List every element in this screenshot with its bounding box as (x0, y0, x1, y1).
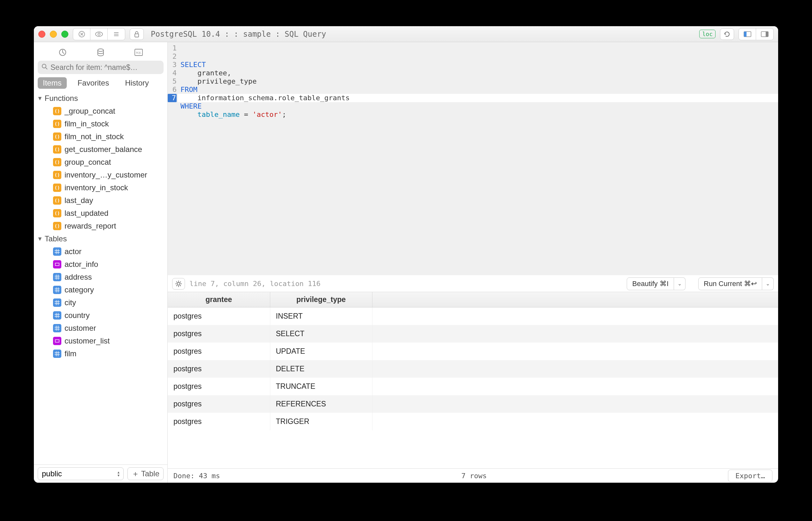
window-title: PostgreSQL 10.4 : : sample : SQL Query (148, 30, 695, 39)
chevron-down-icon: ⌄ (766, 280, 770, 287)
item-label: film_not_in_stock (65, 132, 124, 141)
line-number: 3 (168, 61, 177, 69)
cell-privilege-type: TRIGGER (270, 413, 372, 430)
sql-editor[interactable]: 1234567 SELECT grantee, privilege_type F… (168, 42, 778, 275)
sidebar-item-function[interactable]: ()group_concat (34, 156, 168, 168)
status-rows: 7 rows (220, 472, 728, 480)
function-icon: () (53, 133, 61, 141)
item-label: customer_list (65, 337, 110, 345)
sidebar-item-view[interactable]: customer_list (34, 335, 168, 347)
run-button[interactable]: Run Current ⌘↩ (698, 277, 762, 290)
sidebar-top: SQL Items Favorites History (34, 42, 168, 92)
minimize-window-button[interactable] (50, 31, 57, 38)
list-button[interactable] (108, 28, 125, 40)
run-dropdown[interactable]: ⌄ (762, 277, 774, 290)
sidebar-item-function[interactable]: ()film_not_in_stock (34, 130, 168, 143)
table-row[interactable]: postgresTRUNCATE (168, 378, 778, 395)
sidebar-item-table[interactable]: country (34, 309, 168, 322)
view-button[interactable] (90, 28, 108, 40)
sql-icon[interactable]: SQL (131, 47, 147, 58)
svg-line-64 (180, 285, 181, 286)
item-label: get_customer_balance (65, 145, 142, 154)
add-table-button[interactable]: ＋ Table (128, 467, 163, 480)
sidebar-search (38, 61, 163, 74)
tables-header[interactable]: ▼ Tables (34, 232, 168, 245)
location-badge: loc (699, 30, 716, 38)
beautify-dropdown[interactable]: ⌄ (674, 277, 685, 290)
sidebar-item-table[interactable]: category (34, 284, 168, 296)
search-input[interactable] (38, 61, 163, 74)
sidebar-item-function[interactable]: ()inventory_…y_customer (34, 168, 168, 181)
cell-grantee: postgres (168, 413, 270, 430)
line-number: 6 (168, 86, 177, 94)
results-table: grantee privilege_type postgresINSERTpos… (168, 292, 778, 430)
table-row[interactable]: postgresREFERENCES (168, 395, 778, 413)
stop-button[interactable] (73, 28, 90, 40)
left-panel-toggle[interactable] (739, 28, 756, 40)
sidebar-item-table[interactable]: city (34, 296, 168, 309)
plus-icon: ＋ (132, 469, 139, 479)
tab-favorites[interactable]: Favorites (72, 77, 114, 89)
updown-icon: ▴▾ (117, 471, 119, 477)
table-row[interactable]: postgresSELECT (168, 325, 778, 343)
tab-items[interactable]: Items (38, 77, 67, 89)
sidebar-scroll[interactable]: ▼ Functions ()_group_concat()film_in_sto… (34, 92, 168, 465)
traffic-lights (38, 31, 68, 38)
tab-history[interactable]: History (120, 77, 154, 89)
sidebar-item-function[interactable]: ()last_updated (34, 207, 168, 220)
sidebar-item-function[interactable]: ()_group_concat (34, 105, 168, 117)
cell-empty (372, 308, 778, 325)
table-row[interactable]: postgresTRIGGER (168, 413, 778, 430)
settings-button[interactable] (172, 278, 185, 290)
sidebar-item-function[interactable]: ()inventory_in_stock (34, 181, 168, 194)
function-icon: () (53, 107, 61, 115)
sidebar-item-function[interactable]: ()film_in_stock (34, 117, 168, 130)
functions-header[interactable]: ▼ Functions (34, 92, 168, 105)
col-header-grantee[interactable]: grantee (168, 292, 270, 308)
sidebar-item-view[interactable]: actor_info (34, 258, 168, 271)
beautify-button[interactable]: Beautify ⌘I (627, 277, 674, 290)
database-icon[interactable] (93, 47, 109, 58)
item-label: category (65, 286, 94, 294)
schema-select[interactable]: public ▴▾ (38, 467, 124, 480)
table-icon (53, 273, 61, 281)
table-row[interactable]: postgresINSERT (168, 308, 778, 325)
sidebar-item-function[interactable]: ()last_day (34, 194, 168, 207)
code-area[interactable]: SELECT grantee, privilege_type FROM info… (178, 42, 778, 275)
lock-button[interactable] (130, 28, 144, 40)
close-window-button[interactable] (38, 31, 45, 38)
sidebar-item-table[interactable]: film (34, 347, 168, 360)
toolbar-group-left (73, 28, 125, 40)
right-panel-toggle[interactable] (756, 28, 773, 40)
zoom-window-button[interactable] (61, 31, 68, 38)
cell-empty (372, 360, 778, 378)
sidebar-item-function[interactable]: ()get_customer_balance (34, 143, 168, 156)
table-row[interactable]: postgresDELETE (168, 360, 778, 378)
status-bar: Done: 43 ms 7 rows Export… (168, 468, 778, 483)
item-label: actor (65, 247, 82, 256)
cell-grantee: postgres (168, 325, 270, 343)
sidebar-item-table[interactable]: address (34, 271, 168, 284)
cell-grantee: postgres (168, 343, 270, 360)
col-header-empty (372, 292, 778, 308)
connection-icon[interactable] (54, 47, 71, 58)
svg-rect-10 (744, 31, 747, 37)
run-combo: Run Current ⌘↩ ⌄ (698, 277, 774, 290)
table-icon (53, 298, 61, 307)
refresh-button[interactable] (720, 28, 734, 40)
sidebar-footer: public ▴▾ ＋ Table (34, 465, 168, 483)
function-icon: () (53, 171, 61, 179)
export-button[interactable]: Export… (728, 470, 772, 482)
cell-grantee: postgres (168, 308, 270, 325)
item-label: _group_concat (65, 107, 115, 116)
sidebar-item-function[interactable]: ()rewards_report (34, 220, 168, 232)
sidebar-item-table[interactable]: customer (34, 322, 168, 335)
sidebar-item-table[interactable]: actor (34, 245, 168, 258)
cell-privilege-type: TRUNCATE (270, 378, 372, 395)
svg-point-3 (95, 32, 103, 37)
cell-grantee: postgres (168, 395, 270, 413)
col-header-privilege-type[interactable]: privilege_type (270, 292, 372, 308)
table-row[interactable]: postgresUPDATE (168, 343, 778, 360)
function-icon: () (53, 196, 61, 205)
results-grid[interactable]: grantee privilege_type postgresINSERTpos… (168, 292, 778, 468)
